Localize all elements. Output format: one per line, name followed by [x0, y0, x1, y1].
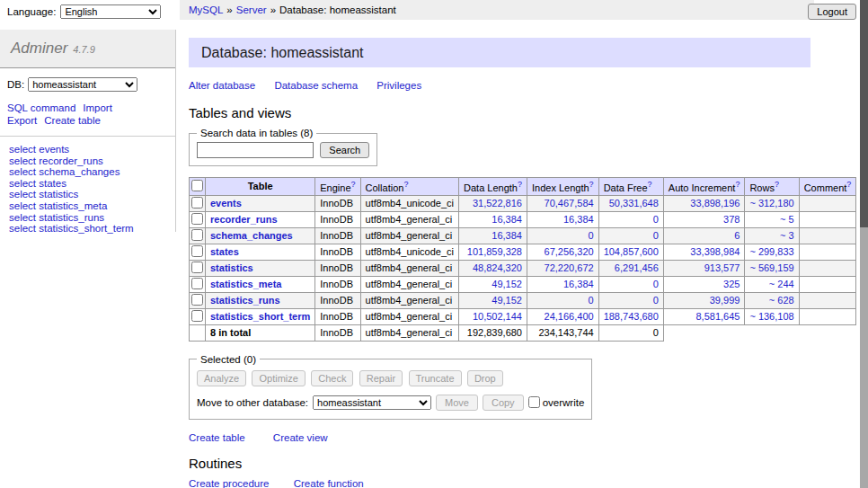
table-link[interactable]: events	[210, 198, 242, 209]
data-length-link[interactable]: 16,384	[492, 214, 522, 225]
help-icon[interactable]: ?	[846, 180, 851, 189]
breadcrumb-mysql-link[interactable]: MySQL	[189, 4, 223, 15]
auto-increment-link[interactable]: 6	[734, 230, 740, 241]
help-icon[interactable]: ?	[351, 180, 356, 189]
help-icon[interactable]: ?	[403, 180, 408, 189]
index-length-link[interactable]: 70,467,584	[545, 198, 594, 209]
table-link[interactable]: statistics_short_term	[210, 311, 310, 322]
select-all-checkbox[interactable]	[191, 180, 203, 191]
create-table-link[interactable]: Create table	[44, 115, 101, 126]
rows-count-link[interactable]: ~ 312,180	[749, 198, 793, 209]
copy-button[interactable]: Copy	[483, 395, 524, 411]
row-checkbox[interactable]	[191, 197, 203, 209]
sidebar-item-select-statistics-meta[interactable]: select statistics_meta	[9, 200, 166, 212]
rows-count-link[interactable]: ~ 299,833	[749, 246, 793, 257]
row-checkbox[interactable]	[191, 213, 203, 225]
scrollbar-track[interactable]	[860, 0, 868, 488]
data-free-link[interactable]: 0	[653, 230, 659, 241]
help-icon[interactable]: ?	[648, 180, 652, 189]
truncate-button[interactable]: Truncate	[409, 370, 462, 386]
index-length-link[interactable]: 67,256,320	[545, 246, 594, 257]
data-free-link[interactable]: 0	[653, 214, 659, 225]
alter-database-link[interactable]: Alter database	[189, 80, 255, 91]
sidebar-item-select-states[interactable]: select states	[9, 178, 166, 190]
check-button[interactable]: Check	[311, 370, 353, 386]
rows-count-link[interactable]: ~ 569,159	[749, 262, 793, 273]
data-length-link[interactable]: 101,859,328	[467, 246, 522, 257]
data-length-link[interactable]: 31,522,816	[473, 198, 522, 209]
data-length-link[interactable]: 49,152	[492, 295, 522, 306]
move-button[interactable]: Move	[436, 395, 478, 411]
table-link[interactable]: schema_changes	[210, 230, 293, 241]
rows-count-link[interactable]: ~ 244	[769, 279, 794, 289]
rows-count-link[interactable]: ~ 628	[769, 295, 794, 306]
index-length-link[interactable]: 0	[589, 295, 594, 306]
overwrite-checkbox[interactable]	[528, 396, 540, 408]
import-link[interactable]: Import	[83, 102, 112, 113]
table-link[interactable]: statistics_meta	[210, 279, 282, 289]
db-select[interactable]: homeassistant	[28, 77, 137, 92]
create-view-link[interactable]: Create view	[273, 432, 328, 443]
data-length-link[interactable]: 49,152	[492, 279, 522, 289]
search-input[interactable]	[197, 142, 314, 158]
auto-increment-link[interactable]: 8,581,645	[695, 311, 740, 322]
data-free-link[interactable]: 104,857,600	[604, 246, 659, 257]
analyze-button[interactable]: Analyze	[197, 370, 246, 386]
auto-increment-link[interactable]: 378	[723, 214, 740, 225]
repair-button[interactable]: Repair	[359, 370, 403, 386]
sidebar-item-select-statistics-runs[interactable]: select statistics_runs	[9, 212, 166, 224]
rows-count-link[interactable]: ~ 136,108	[749, 311, 793, 322]
table-link[interactable]: statistics_runs	[210, 295, 280, 306]
data-length-link[interactable]: 16,384	[492, 230, 522, 241]
sidebar-item-select-statistics[interactable]: select statistics	[9, 189, 166, 200]
sidebar-item-select-recorder-runs[interactable]: select recorder_runs	[9, 155, 166, 167]
language-select[interactable]: English	[60, 4, 161, 19]
create-procedure-link[interactable]: Create procedure	[189, 478, 270, 488]
search-button[interactable]: Search	[320, 142, 369, 158]
row-checkbox[interactable]	[191, 229, 203, 241]
table-link[interactable]: recorder_runs	[210, 214, 278, 225]
data-free-link[interactable]: 50,331,648	[609, 198, 659, 209]
index-length-link[interactable]: 0	[589, 230, 594, 241]
logout-button[interactable]: Logout	[808, 4, 856, 20]
row-checkbox[interactable]	[191, 245, 203, 257]
move-database-select[interactable]: homeassistant	[313, 395, 431, 410]
row-checkbox[interactable]	[191, 310, 203, 322]
drop-button[interactable]: Drop	[467, 370, 503, 386]
sidebar-item-select-schema-changes[interactable]: select schema_changes	[9, 166, 166, 178]
help-icon[interactable]: ?	[775, 180, 779, 189]
auto-increment-link[interactable]: 33,898,196	[690, 198, 740, 209]
scrollbar-thumb[interactable]	[860, 0, 868, 227]
create-function-link[interactable]: Create function	[294, 478, 364, 488]
auto-increment-link[interactable]: 33,398,984	[690, 246, 740, 257]
row-checkbox[interactable]	[191, 262, 203, 273]
sidebar-item-select-events[interactable]: select events	[9, 144, 166, 155]
data-length-link[interactable]: 48,824,320	[473, 262, 522, 273]
rows-count-link[interactable]: ~ 5	[780, 214, 794, 225]
export-link[interactable]: Export	[7, 115, 37, 126]
help-icon[interactable]: ?	[735, 180, 740, 189]
index-length-link[interactable]: 16,384	[563, 279, 594, 289]
create-table-link-main[interactable]: Create table	[189, 432, 245, 443]
index-length-link[interactable]: 16,384	[563, 214, 594, 225]
breadcrumb-server-link[interactable]: Server	[236, 4, 267, 15]
row-checkbox[interactable]	[191, 278, 203, 289]
auto-increment-link[interactable]: 325	[723, 279, 740, 289]
sql-command-link[interactable]: SQL command	[7, 102, 75, 113]
help-icon[interactable]: ?	[518, 180, 522, 189]
row-checkbox[interactable]	[191, 294, 203, 306]
database-schema-link[interactable]: Database schema	[274, 80, 358, 91]
index-length-link[interactable]: 24,166,400	[545, 311, 594, 322]
index-length-link[interactable]: 72,220,672	[545, 262, 594, 273]
privileges-link[interactable]: Privileges	[376, 80, 421, 91]
sidebar-item-select-statistics-short-term[interactable]: select statistics_short_term	[9, 223, 166, 235]
auto-increment-link[interactable]: 39,999	[710, 295, 740, 306]
table-link[interactable]: statistics	[210, 262, 253, 273]
data-free-link[interactable]: 0	[653, 279, 659, 289]
data-free-link[interactable]: 0	[653, 295, 659, 306]
help-icon[interactable]: ?	[589, 180, 594, 189]
data-free-link[interactable]: 6,291,456	[615, 262, 659, 273]
optimize-button[interactable]: Optimize	[252, 370, 305, 386]
data-free-link[interactable]: 188,743,680	[604, 311, 659, 322]
rows-count-link[interactable]: ~ 3	[780, 230, 794, 241]
